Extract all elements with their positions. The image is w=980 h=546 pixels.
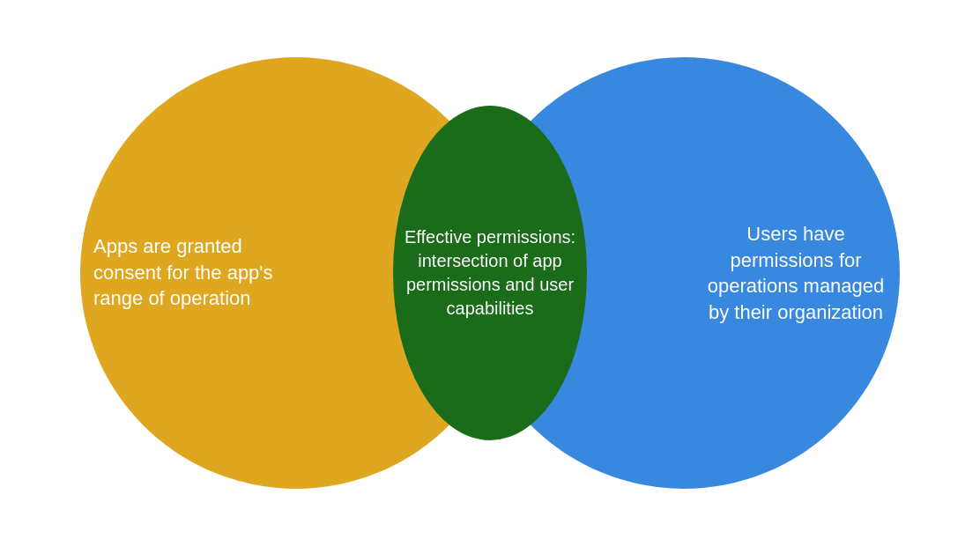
venn-diagram: Apps are granted consent for the app's r… bbox=[27, 18, 953, 528]
center-overlap-text: Effective permissions: intersection of a… bbox=[402, 225, 578, 321]
right-circle-text: Users have permissions for operations ma… bbox=[699, 221, 893, 326]
left-circle-text: Apps are granted consent for the app's r… bbox=[93, 233, 287, 312]
